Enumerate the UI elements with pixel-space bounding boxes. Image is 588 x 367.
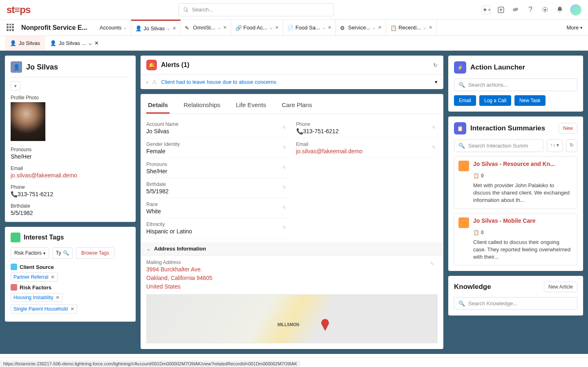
chevron-down-icon[interactable]: ⌵ <box>373 25 376 30</box>
field-label: Pronouns <box>146 161 288 167</box>
field-label: Ethnicity <box>146 222 288 227</box>
header-icons: ★▾ ? <box>482 4 581 16</box>
detail-tab[interactable]: Life Events <box>234 97 268 114</box>
mailing-address-value[interactable]: 3994 Burckhalter Ave. Oakland, Californi… <box>146 265 438 291</box>
chevron-down-icon[interactable]: ⌵ <box>322 25 325 30</box>
chevron-down-icon[interactable]: ⌵ <box>89 40 92 46</box>
address-section-header[interactable]: ⌄ Address Information <box>141 242 443 255</box>
tab-label: Service... <box>348 25 370 31</box>
follow-dropdown[interactable]: ▾ <box>11 81 20 91</box>
action-search[interactable]: 🔍 Search actions... <box>454 78 577 91</box>
edit-icon[interactable]: ✎ <box>282 185 286 190</box>
alert-row[interactable]: › ⚠ Client had to leave house due to abu… <box>141 75 443 89</box>
detail-tab[interactable]: Relationships <box>182 97 222 114</box>
action-button[interactable]: New Task <box>514 95 546 106</box>
search-wrap: Search... <box>30 3 482 16</box>
nav-tab[interactable]: 📋Recentl...⌵✕ <box>386 20 437 36</box>
settings-icon[interactable] <box>541 5 550 14</box>
left-column: 👤 Jo Silvas ▾ Profile Photo Pronouns She… <box>5 56 136 349</box>
email-value[interactable]: jo.silvas@fakeemail.demo <box>11 172 130 179</box>
tag-pill[interactable]: Housing Instability✕ <box>11 293 63 302</box>
edit-icon[interactable]: ✎ <box>282 145 286 150</box>
edit-icon[interactable]: ✎ <box>432 125 436 130</box>
close-icon[interactable]: ✕ <box>94 40 99 46</box>
nav-more[interactable]: More ▾ <box>561 25 588 31</box>
chevron-down-icon: ⌄ <box>146 246 151 252</box>
content: 👤 Jo Silvas ▾ Profile Photo Pronouns She… <box>0 51 588 354</box>
detail-field: PronounsShe/Her✎ <box>146 158 288 178</box>
summary-title[interactable]: Jo Silvas - Mobile Care <box>473 217 536 224</box>
new-interaction-button[interactable]: New <box>559 123 577 134</box>
help-icon[interactable]: ? <box>526 5 535 14</box>
field-value: She/Her <box>146 168 288 175</box>
tag-pill[interactable]: Single Parent Household✕ <box>11 304 77 313</box>
remove-tag-icon[interactable]: ✕ <box>70 306 74 312</box>
alert-text[interactable]: Client had to leave house due to abuse c… <box>161 79 431 85</box>
interaction-summary[interactable]: Jo Silvas - Mobile Care📋 0Client called … <box>454 213 577 266</box>
browse-tags-button[interactable]: Browse Tags <box>76 247 114 259</box>
logo: st≡ps <box>7 4 30 16</box>
interactions-search[interactable]: 🔍 Search Interaction Summ <box>454 139 543 152</box>
sub-tab[interactable]: 👤Jo Silvas ...⌵✕ <box>45 36 103 50</box>
field-value[interactable]: jo.silvas@fakeemail.demo <box>296 148 438 154</box>
summary-text: Client called to discuss their ongoing c… <box>473 239 573 261</box>
detail-tab[interactable]: Details <box>146 97 170 114</box>
nav-tab[interactable]: ✎OmniSt...⌵✕ <box>181 20 231 36</box>
sub-tabs-row: 👤Jo Silvas👤Jo Silvas ...⌵✕ <box>0 36 588 51</box>
close-icon[interactable]: ✕ <box>223 25 227 30</box>
user-avatar[interactable] <box>570 4 581 16</box>
app-launcher-icon[interactable] <box>7 24 15 32</box>
map[interactable]: MILLSMON <box>146 294 438 343</box>
remove-tag-icon[interactable]: ✕ <box>56 295 60 300</box>
summary-icon <box>458 217 469 228</box>
action-button[interactable]: Email <box>454 95 476 106</box>
tag-icon <box>11 233 20 242</box>
chevron-down-icon[interactable]: ⌵ <box>218 25 221 30</box>
close-icon[interactable]: ✕ <box>378 25 382 30</box>
nav-tab[interactable]: 👤Jo Silvas⌵✕ <box>131 20 181 36</box>
edit-icon[interactable]: ✎ <box>282 205 286 210</box>
nav-tab[interactable]: Accounts⌵ <box>96 20 131 36</box>
interaction-summary[interactable]: Jo Silvas - Resource and Kn...📋 0Met wit… <box>454 156 577 209</box>
nav-tab[interactable]: 📄Food Sa...⌵✕ <box>283 20 336 36</box>
tab-icon: ✎ <box>185 25 190 31</box>
edit-icon[interactable]: ✎ <box>282 125 286 130</box>
tag-pill[interactable]: Partner Referral✕ <box>11 273 58 282</box>
remove-tag-icon[interactable]: ✕ <box>51 274 55 280</box>
summary-text: Met with provider John Palakiko to discu… <box>473 182 573 204</box>
nav-tab[interactable]: ⚙Service...⌵✕ <box>336 20 386 36</box>
notifications-icon[interactable] <box>555 5 564 14</box>
edit-icon[interactable]: ✎ <box>282 225 286 230</box>
salesforce-icon[interactable] <box>511 5 520 14</box>
close-icon[interactable]: ✕ <box>429 25 432 30</box>
close-icon[interactable]: ✕ <box>275 25 279 30</box>
edit-icon[interactable]: ✎ <box>432 145 436 150</box>
action-button[interactable]: Log a Call <box>479 95 511 106</box>
interaction-summaries-card: 📋 Interaction Summaries New 🔍 Search Int… <box>448 116 583 271</box>
summary-meta: 📋 0 <box>473 230 573 235</box>
chevron-down-icon[interactable]: ⌵ <box>167 26 170 31</box>
new-article-button[interactable]: New Article <box>544 282 577 292</box>
edit-icon[interactable]: ✎ <box>430 261 434 267</box>
tag-filter-select[interactable]: Risk Factors ▾ <box>11 247 49 259</box>
sort-button[interactable]: ↑↓ ▾ <box>547 139 563 152</box>
knowledge-search[interactable]: 🔍 Search Knowledge... <box>454 297 577 310</box>
chevron-down-icon[interactable]: ▾ <box>435 79 438 85</box>
close-icon[interactable]: ✕ <box>328 25 331 30</box>
summary-title[interactable]: Jo Silvas - Resource and Kn... <box>473 161 555 167</box>
tag-search-input[interactable]: Ty 🔍 <box>52 247 73 259</box>
refresh-button[interactable]: ↻ <box>566 139 577 152</box>
detail-field: RaceWhite✎ <box>146 198 288 218</box>
sub-tab[interactable]: 👤Jo Silvas <box>5 36 45 50</box>
add-icon[interactable] <box>496 5 505 14</box>
close-icon[interactable]: ✕ <box>172 26 176 31</box>
refresh-icon[interactable]: ↻ <box>433 62 438 68</box>
chevron-down-icon[interactable]: ⌵ <box>423 25 426 30</box>
favorites-button[interactable]: ★▾ <box>482 5 491 14</box>
global-search[interactable]: Search... <box>179 3 334 16</box>
edit-icon[interactable]: ✎ <box>282 165 286 170</box>
detail-tab[interactable]: Care Plans <box>280 97 313 114</box>
chevron-down-icon[interactable]: ⌵ <box>124 25 127 30</box>
nav-tab[interactable]: 🔗Food Ac...⌵✕ <box>231 20 284 36</box>
chevron-down-icon[interactable]: ⌵ <box>270 25 273 30</box>
